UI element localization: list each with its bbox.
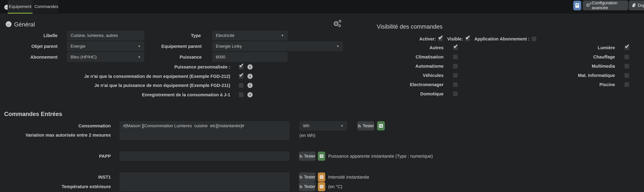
tab-commandes[interactable]: Commandes [32,0,58,13]
temperature-exterieure-label: Température extérieure [15,182,111,191]
puissance-input[interactable] [212,52,288,62]
category-automatisme-checkbox[interactable]: ✔ [453,64,458,68]
general-back-icon[interactable]: ← [6,21,12,27]
consommation-input[interactable] [120,121,290,130]
category-multimedia-checkbox[interactable]: ✔ [624,64,629,68]
category-piscine-label: Piscine [543,81,615,88]
type-select-value: Electricité [216,33,234,38]
category-automatisme-label: Automatisme [376,63,444,69]
libelle-input[interactable] [67,31,144,40]
category-domotique-checkbox[interactable]: ✔ [453,91,458,96]
puissance-personnalisee-checkbox[interactable]: ✔ [239,65,244,69]
cogs-icon: ⚙⚙ [586,3,590,8]
category-lumiere-checkbox[interactable]: ✔ [624,45,629,50]
info-icon[interactable]: i [248,92,253,98]
enregistrement-j1-checkbox[interactable]: ✔ [239,92,244,97]
general-settings-cogs-icon[interactable]: ⚙⚙⚙ [333,20,339,27]
info-icon[interactable]: i [248,64,253,69]
check-icon: ✔ [438,34,444,41]
papp-input[interactable] [120,152,290,161]
puissance-personnalisee-label: Puissance personnalisée : [70,64,230,70]
tab-equipement[interactable]: Equipement [8,0,32,13]
inst1-input[interactable] [120,172,290,182]
check-icon: ✔ [453,43,458,50]
conso-only-checkbox[interactable]: ✔ [239,74,244,79]
category-piscine-checkbox[interactable]: ✔ [624,82,629,87]
topbar: ← Equipement Commandes ⚙⚙ [0,0,644,14]
category-electromenager-label: Electromenager [376,81,444,88]
info-icon[interactable]: i [248,83,253,88]
papp-tester-button[interactable]: Tester [299,152,316,161]
documentation-button[interactable] [573,1,581,10]
book-icon [575,3,580,8]
puissance-only-checkbox[interactable]: ✔ [239,83,244,88]
consommation-tester-button[interactable]: Tester [357,121,374,130]
list-icon [320,185,324,188]
type-select[interactable]: Electricité ▼ [212,31,288,40]
check-icon: ✔ [624,43,630,50]
abonnement-select[interactable]: Bleu (HP/HC) ▼ [67,52,144,62]
category-climatisation-label: Climatisation [376,54,444,60]
category-mat-informatique-checkbox[interactable]: ✔ [624,73,629,78]
equipement-parent-label: Equipement parent [138,42,202,51]
commands-section-title: Commandes Entrées [4,111,62,117]
category-electromenager-checkbox[interactable]: ✔ [453,82,458,87]
consommation-unit-value: Wh [303,123,310,128]
list-icon [320,175,324,179]
equipement-parent-select-value: Energie Linky [216,44,242,49]
tester-label: Tester [363,124,374,128]
activer-pair: Activer: ✔ [419,36,443,42]
activer-checkbox[interactable]: ✔ [438,37,443,41]
category-autres-checkbox[interactable]: ✔ [453,45,458,50]
visibility-section-title: Visibilité des commandes [377,23,442,30]
visible-checkbox[interactable]: ✔ [465,37,470,41]
category-domotique-label: Domotique [376,91,444,97]
inst1-description: Intensité instantanée [328,172,369,182]
duplicate-label: Dupli [638,3,644,8]
visible-label: Visible: [447,36,463,42]
consommation-select-command-button[interactable] [377,121,385,130]
application-abonnement-pair: Application Abonnement : ✔ [474,36,536,42]
variation-max-input[interactable] [120,131,290,140]
equipment-config-page: ← Equipement Commandes ⚙⚙ [0,0,644,192]
category-multimedia-label: Multimedia [543,63,615,69]
activer-label: Activer: [419,36,436,42]
category-vehicules-checkbox[interactable]: ✔ [453,73,458,78]
inst1-tester-button[interactable]: Tester [299,172,316,182]
temperature-exterieure-input[interactable] [120,182,290,191]
category-autres-label: Autres [376,45,444,51]
papp-select-command-button[interactable] [318,152,325,161]
category-vehicules-label: Véhicules [376,72,444,78]
general-section-title: Général [14,21,35,28]
papp-label: PAPP [15,152,111,161]
duplicate-button[interactable]: Dupli [629,1,644,10]
objet-parent-label: Objet parent [9,42,58,51]
application-abonnement-checkbox[interactable]: ✔ [532,37,536,41]
consommation-unit-select[interactable]: Wh ▼ [300,121,347,130]
papp-description: Puissance apparente instantanée (Type : … [328,152,433,161]
temperature-select-command-button[interactable] [318,182,325,191]
tester-label: Tester [304,154,316,159]
inst1-select-command-button[interactable] [318,172,325,182]
info-icon[interactable]: i [248,74,253,79]
list-icon [320,154,324,158]
check-icon: ✔ [239,72,244,78]
tab-commandes-label: Commandes [34,4,58,9]
check-icon: ✔ [465,34,470,41]
abonnement-select-value: Bleu (HP/HC) [70,55,97,60]
type-label: Type [154,31,201,40]
application-abonnement-label: Application Abonnement : [474,36,530,42]
category-mat-informatique-label: Mat. Informatique [543,72,615,78]
temperature-tester-button[interactable]: Tester [299,182,316,191]
category-climatisation-checkbox[interactable]: ✔ [453,55,458,59]
conso-only-label: Je n'ai que la consommation de mon equip… [70,73,230,79]
objet-parent-select[interactable]: Energie ▼ [67,42,144,51]
advanced-config-button[interactable]: ⚙⚙ Configuration avancée [583,1,628,10]
category-lumiere-label: Lumière [543,45,615,51]
libelle-label: Libelle [9,31,58,40]
list-icon [379,124,383,128]
chevron-down-icon: ▼ [340,124,344,128]
equipement-parent-select[interactable]: Energie Linky ▼ [212,42,343,51]
category-chauffage-checkbox[interactable]: ✔ [624,55,629,59]
chevron-down-icon: ▼ [138,55,141,59]
